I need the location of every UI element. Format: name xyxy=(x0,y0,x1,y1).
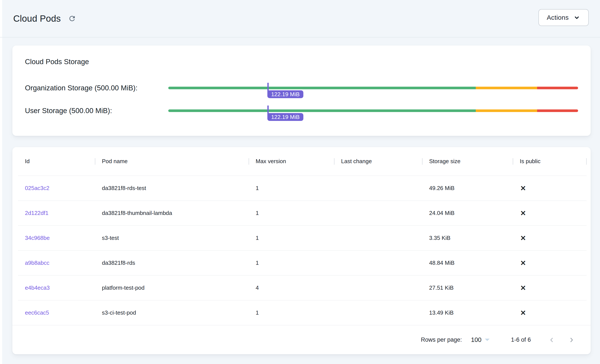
table-row: 025ac3c2 da3821f8-rds-test 1 49.26 MiB ✕ xyxy=(18,175,587,200)
organization-storage-label: Organization Storage (500.00 MiB): xyxy=(25,84,168,92)
rows-per-page-label: Rows per page: xyxy=(421,337,462,343)
user-storage-label: User Storage (500.00 MiB): xyxy=(25,107,168,115)
not-public-icon: ✕ xyxy=(520,259,526,267)
table-row: a9b8abcc da3821f8-rds 1 48.84 MiB ✕ xyxy=(18,250,587,275)
pod-name-cell: da3821f8-rds xyxy=(95,260,249,266)
max-version-cell: 1 xyxy=(249,309,334,316)
not-public-icon: ✕ xyxy=(520,309,526,317)
rows-per-page-value: 100 xyxy=(471,336,481,343)
table-pagination: Rows per page: 100 1-6 of 6 xyxy=(12,325,591,354)
pod-name-cell: s3-test xyxy=(95,235,249,241)
table-header-row: Id Pod name Max version Last change Stor… xyxy=(18,147,587,175)
table-body: 025ac3c2 da3821f8-rds-test 1 49.26 MiB ✕… xyxy=(12,175,591,325)
pod-id-link[interactable]: 2d122df1 xyxy=(25,210,48,216)
pod-id-link[interactable]: e4b4eca3 xyxy=(25,284,50,291)
table-row: e4b4eca3 platform-test-pod 4 27.51 KiB ✕ xyxy=(18,275,587,300)
refresh-button[interactable] xyxy=(67,14,77,23)
storage-bar-green-segment xyxy=(168,109,476,112)
column-header-is-public[interactable]: Is public xyxy=(513,147,587,175)
cloud-pods-table-card: Id Pod name Max version Last change Stor… xyxy=(12,147,591,354)
pod-id-link[interactable]: a9b8abcc xyxy=(25,260,49,266)
chevron-right-icon xyxy=(568,337,575,343)
chevron-down-icon xyxy=(573,14,581,21)
chevron-left-icon xyxy=(548,337,555,343)
storage-card: Cloud Pods Storage Organization Storage … xyxy=(12,46,591,136)
storage-size-cell: 13.49 KiB xyxy=(422,309,513,316)
pod-name-cell: s3-ci-test-pod xyxy=(95,309,249,316)
column-header-storage-size[interactable]: Storage size xyxy=(422,147,513,175)
not-public-icon: ✕ xyxy=(520,209,526,217)
pod-name-cell: platform-test-pod xyxy=(95,284,249,291)
storage-bar-amber-segment xyxy=(476,109,537,112)
column-header-id[interactable]: Id xyxy=(18,147,95,175)
max-version-cell: 1 xyxy=(249,260,334,266)
page-header: Cloud Pods Actions xyxy=(0,0,600,37)
not-public-icon: ✕ xyxy=(520,184,526,192)
user-storage-bar: 122.19 MiB xyxy=(168,109,578,112)
column-header-pod-name[interactable]: Pod name xyxy=(95,147,249,175)
organization-storage-meter: Organization Storage (500.00 MiB): 122.1… xyxy=(25,77,578,99)
storage-bar-red-segment xyxy=(537,109,578,112)
actions-button-label: Actions xyxy=(547,14,569,21)
refresh-icon xyxy=(68,15,76,23)
table-row: eec6cac5 s3-ci-test-pod 1 13.49 KiB ✕ xyxy=(18,300,587,325)
pod-name-cell: da3821f8-rds-test xyxy=(95,185,249,191)
not-public-icon: ✕ xyxy=(520,284,526,292)
storage-card-title: Cloud Pods Storage xyxy=(25,57,578,66)
pod-id-link[interactable]: 025ac3c2 xyxy=(25,185,49,191)
actions-button[interactable]: Actions xyxy=(538,9,589,26)
user-storage-meter: User Storage (500.00 MiB): 122.19 MiB xyxy=(25,100,578,122)
max-version-cell: 1 xyxy=(249,185,334,191)
storage-bar-green-segment xyxy=(168,87,476,89)
storage-size-cell: 3.35 KiB xyxy=(422,235,513,241)
storage-usage-badge: 122.19 MiB xyxy=(267,90,303,98)
next-page-button[interactable] xyxy=(566,335,577,345)
table-row: 34c968be s3-test 1 3.35 KiB ✕ xyxy=(18,225,587,250)
page-left-gutter xyxy=(0,0,2,364)
pagination-range-label: 1-6 of 6 xyxy=(511,337,531,343)
pod-id-link[interactable]: eec6cac5 xyxy=(25,309,49,316)
organization-storage-bar: 122.19 MiB xyxy=(168,87,578,89)
pod-id-link[interactable]: 34c968be xyxy=(25,235,50,241)
storage-usage-marker-line xyxy=(267,83,269,90)
column-header-last-change[interactable]: Last change xyxy=(334,147,422,175)
storage-size-cell: 48.84 MiB xyxy=(422,260,513,266)
max-version-cell: 4 xyxy=(249,284,334,291)
not-public-icon: ✕ xyxy=(520,234,526,242)
storage-bar-track xyxy=(168,87,578,89)
pod-name-cell: da3821f8-thumbnail-lambda xyxy=(95,210,249,217)
storage-bar-track xyxy=(168,109,578,112)
column-header-max-version[interactable]: Max version xyxy=(249,147,334,175)
storage-size-cell: 49.26 MiB xyxy=(422,185,513,191)
storage-usage-marker-line xyxy=(267,106,269,113)
storage-bar-amber-segment xyxy=(476,87,537,89)
rows-per-page-select[interactable]: 100 xyxy=(470,336,491,344)
storage-size-cell: 24.04 MiB xyxy=(422,210,513,217)
storage-usage-badge: 122.19 MiB xyxy=(267,113,303,121)
storage-bar-red-segment xyxy=(537,87,578,89)
max-version-cell: 1 xyxy=(249,210,334,217)
table-row: 2d122df1 da3821f8-thumbnail-lambda 1 24.… xyxy=(18,200,587,225)
dropdown-caret-icon xyxy=(485,339,490,341)
previous-page-button[interactable] xyxy=(546,335,557,345)
page-title: Cloud Pods xyxy=(13,13,61,24)
max-version-cell: 1 xyxy=(249,235,334,241)
storage-size-cell: 27.51 KiB xyxy=(422,284,513,291)
